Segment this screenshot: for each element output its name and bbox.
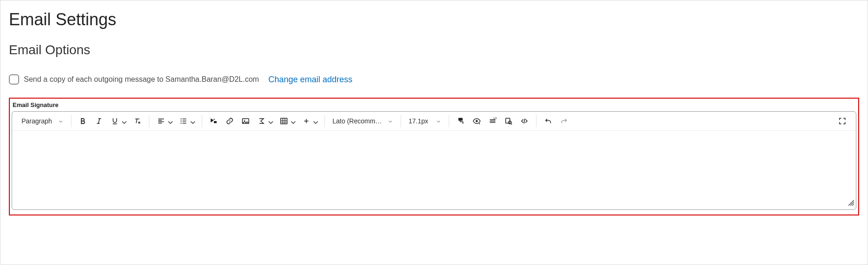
- word-count-button[interactable]: 123: [485, 114, 501, 128]
- chevron-down-icon: [436, 118, 441, 124]
- svg-rect-7: [459, 118, 463, 121]
- accessibility-checker-button[interactable]: [469, 114, 485, 128]
- format-painter-button[interactable]: [453, 114, 469, 128]
- toolbar-divider: [202, 115, 202, 127]
- toolbar-divider: [71, 115, 71, 127]
- chevron-down-icon: [388, 118, 393, 124]
- preview-button[interactable]: [501, 114, 516, 128]
- redo-button[interactable]: [556, 114, 572, 128]
- list-button[interactable]: [176, 114, 198, 128]
- svg-text:123: 123: [494, 117, 497, 120]
- chevron-down-icon: [189, 118, 194, 124]
- font-family-value: Lato (Recomm…: [332, 117, 382, 125]
- insert-image-button[interactable]: [238, 114, 254, 128]
- chevron-down-icon: [289, 118, 295, 124]
- insert-more-button[interactable]: [298, 114, 321, 128]
- align-button[interactable]: [153, 114, 176, 128]
- page-title: Email Settings: [9, 10, 859, 29]
- svg-point-0: [181, 118, 182, 119]
- underline-button[interactable]: [107, 114, 129, 128]
- toolbar-divider: [401, 115, 401, 127]
- change-email-link[interactable]: Change email address: [268, 75, 353, 85]
- chevron-down-icon: [267, 118, 272, 124]
- toolbar-divider: [536, 115, 536, 127]
- block-format-select[interactable]: Paragraph: [18, 114, 67, 128]
- chevron-down-icon: [311, 118, 317, 124]
- svg-point-5: [244, 120, 245, 121]
- bold-button[interactable]: [75, 114, 91, 128]
- email-signature-label: Email Signature: [13, 101, 856, 108]
- clear-formatting-button[interactable]: [129, 114, 145, 128]
- email-settings-panel: Email Settings Email Options Send a copy…: [0, 0, 868, 265]
- editor-toolbar: Paragraph: [12, 112, 856, 131]
- font-family-select[interactable]: Lato (Recomm…: [329, 114, 397, 128]
- email-signature-region: Email Signature Paragraph: [9, 98, 859, 215]
- chevron-down-icon: [166, 118, 172, 124]
- svg-rect-3: [214, 121, 217, 123]
- send-copy-checkbox[interactable]: [9, 74, 19, 85]
- toolbar-divider: [449, 115, 449, 127]
- insert-stuff-button[interactable]: [206, 114, 222, 128]
- font-size-select[interactable]: 17.1px: [405, 114, 445, 128]
- svg-point-1: [181, 121, 182, 122]
- signature-editor-content[interactable]: [12, 131, 856, 209]
- fullscreen-button[interactable]: [834, 114, 850, 128]
- svg-point-8: [476, 120, 478, 122]
- resize-handle-icon[interactable]: [847, 199, 855, 208]
- svg-rect-6: [281, 118, 287, 124]
- italic-button[interactable]: [91, 114, 107, 128]
- insert-table-button[interactable]: [276, 114, 298, 128]
- font-size-value: 17.1px: [409, 117, 428, 125]
- svg-point-2: [181, 122, 182, 123]
- send-copy-option-row: Send a copy of each outgoing message to …: [9, 74, 859, 85]
- section-title: Email Options: [9, 43, 859, 57]
- toolbar-divider: [149, 115, 149, 127]
- signature-editor: Paragraph: [12, 111, 856, 210]
- equation-button[interactable]: [254, 114, 276, 128]
- insert-link-button[interactable]: [222, 114, 238, 128]
- source-code-button[interactable]: [516, 114, 532, 128]
- toolbar-divider: [325, 115, 325, 127]
- chevron-down-icon: [58, 118, 64, 124]
- svg-rect-10: [506, 118, 510, 123]
- undo-button[interactable]: [540, 114, 556, 128]
- chevron-down-icon: [120, 118, 126, 124]
- send-copy-label: Send a copy of each outgoing message to …: [24, 75, 259, 84]
- block-format-value: Paragraph: [21, 117, 52, 125]
